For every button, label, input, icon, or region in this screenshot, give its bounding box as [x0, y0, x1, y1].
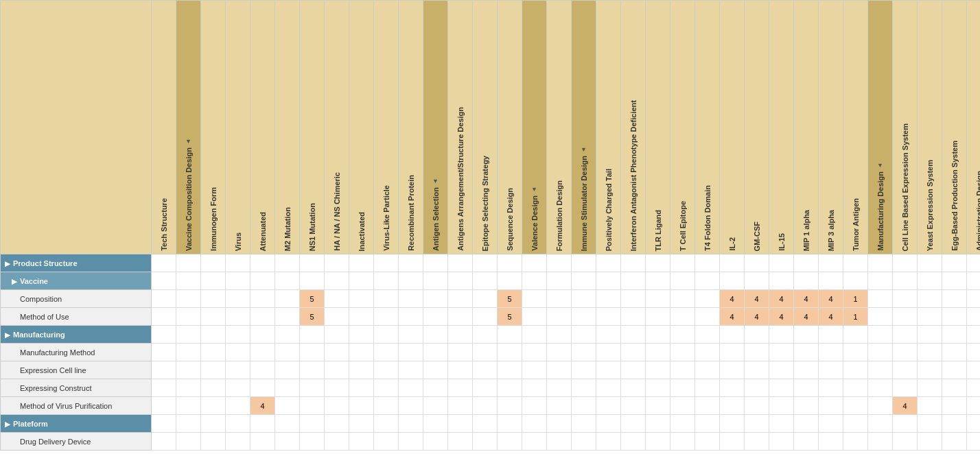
cell-method_virus_purification-il2 — [720, 397, 745, 415]
cell-manufacturing-attenuated — [250, 326, 275, 344]
cell-manufacturing-egg_based — [942, 326, 967, 344]
col-header-text-t_cell_epitope: T Cell Epitope — [679, 201, 687, 251]
cell-method_of_use-vlp — [374, 308, 399, 326]
item-label: Composition — [20, 295, 62, 303]
cell-product_structure-antigen_selection — [423, 254, 448, 272]
cell-product_structure-antigens_arrangement — [448, 254, 473, 272]
cell-drug_delivery_device-inactivated — [349, 433, 374, 451]
cell-product_structure-positively_charged — [596, 254, 621, 272]
cell-drug_delivery_device-tumor_antigen — [843, 433, 868, 451]
cell-method_virus_purification-virus — [226, 397, 250, 415]
cell-composition-antigen_selection — [423, 290, 448, 308]
cell-vaccine-mip1_alpha — [794, 272, 819, 290]
section-arrow: ▶ — [5, 331, 10, 339]
cell-manufacturing-virus — [226, 326, 250, 344]
cell-method_virus_purification-antigens_arrangement — [448, 397, 473, 415]
cell-product_structure-vaccine_composition — [176, 254, 201, 272]
cell-expression_cell_line-interferon_antagonist — [621, 361, 646, 379]
cell-method_virus_purification-immune_stimulator — [572, 397, 596, 415]
cell-vaccine-valence_design — [522, 272, 547, 290]
row-expression_cell_line: Expression Cell line — [1, 361, 981, 379]
cell-manufacturing_method-antigen_selection — [423, 344, 448, 361]
cell-method_of_use-yeast_expression — [918, 308, 942, 326]
cell-vaccine-cell_line — [893, 272, 918, 290]
row-expressing_construct: Expressing Construct — [1, 379, 981, 397]
cell-method_virus_purification-tlr_ligand — [646, 397, 670, 415]
cell-vaccine-ns1_mutation — [300, 272, 325, 290]
cell-expressing_construct-attenuated — [250, 379, 275, 397]
cell-method_of_use-il2: 4 — [720, 308, 745, 326]
item-label: Method of Virus Purification — [20, 402, 112, 410]
cell-expression_cell_line-m2_mutation — [275, 361, 300, 379]
cell-composition-recombinant_protein — [399, 290, 423, 308]
cell-expression_cell_line-tlr_ligand — [646, 361, 670, 379]
cell-product_structure-vlp — [374, 254, 399, 272]
cell-manufacturing_method-yeast_expression — [918, 344, 942, 361]
col-header-interferon_antagonist: Interferon Antagonist Phenotype Deficien… — [621, 1, 646, 254]
cell-expression_cell_line-egg_based — [942, 361, 967, 379]
col-header-t4_foldon: T4 Foldon Domain — [695, 1, 720, 254]
cell-method_virus_purification-vlp — [374, 397, 399, 415]
col-header-sequence_design: Sequence Design — [498, 1, 522, 254]
cell-method_virus_purification-manufacturing_design — [868, 397, 893, 415]
cell-method_virus_purification-ns1_mutation — [300, 397, 325, 415]
cell-drug_delivery_device-ns1_mutation — [300, 433, 325, 451]
cell-method_of_use-formulation_design — [547, 308, 572, 326]
col-header-il15: IL-15 — [769, 1, 794, 254]
cell-drug_delivery_device-immunogen_form — [201, 433, 226, 451]
col-header-text-vaccine_composition: Vaccine Composition Design — [185, 147, 193, 251]
cell-expressing_construct-virus — [226, 379, 250, 397]
col-header-text-mip3_alpha: MIP 3 alpha — [827, 210, 835, 251]
col-header-t_cell_epitope: T Cell Epitope — [670, 1, 695, 254]
cell-composition-vlp — [374, 290, 399, 308]
cell-composition-cell_line — [893, 290, 918, 308]
cell-method_virus_purification-cell_line: 4 — [893, 397, 918, 415]
cell-product_structure-yeast_expression — [918, 254, 942, 272]
cell-manufacturing_method-interferon_antagonist — [621, 344, 646, 361]
subsection-label: Vaccine — [20, 277, 48, 285]
col-header-antigens_arrangement: Antigens Arrangement/Structure Design — [448, 1, 473, 254]
cell-expressing_construct-m2_mutation — [275, 379, 300, 397]
cell-manufacturing-yeast_expression — [918, 326, 942, 344]
cell-product_structure-tech_structure — [152, 254, 176, 272]
cell-vaccine-gm_csf — [745, 272, 769, 290]
cell-vaccine-immune_stimulator — [572, 272, 596, 290]
col-header-text-virus: Virus — [234, 232, 242, 251]
col-header-attenuated: Attenuated — [250, 1, 275, 254]
row-manufacturing: ▶Manufacturing — [1, 326, 981, 344]
cell-vaccine-tumor_antigen — [843, 272, 868, 290]
cell-composition-valence_design — [522, 290, 547, 308]
cell-method_of_use-positively_charged — [596, 308, 621, 326]
cell-method_of_use-antigen_selection — [423, 308, 448, 326]
col-header-text-egg_based: Egg-Based Production System — [950, 141, 959, 251]
cell-vaccine-interferon_antagonist — [621, 272, 646, 290]
cell-method_of_use-t4_foldon — [695, 308, 720, 326]
col-header-text-attenuated: Attenuated — [259, 212, 267, 251]
cell-expressing_construct-antigens_arrangement — [448, 379, 473, 397]
cell-expressing_construct-mip3_alpha — [819, 379, 843, 397]
col-header-text-immunogen_form: Immunogen Form — [209, 187, 218, 251]
cell-drug_delivery_device-vaccine_composition — [176, 433, 201, 451]
cell-expressing_construct-sequence_design — [498, 379, 522, 397]
cell-manufacturing_method-immune_stimulator — [572, 344, 596, 361]
cell-vaccine-ha_na — [325, 272, 349, 290]
cell-manufacturing-formulation_design — [547, 326, 572, 344]
cell-composition-t4_foldon — [695, 290, 720, 308]
cell-plateform-sequence_design — [498, 415, 522, 433]
cell-plateform-manufacturing_design — [868, 415, 893, 433]
cell-expression_cell_line-il2 — [720, 361, 745, 379]
cell-expression_cell_line-positively_charged — [596, 361, 621, 379]
cell-manufacturing_method-attenuated — [250, 344, 275, 361]
cell-expression_cell_line-recombinant_protein — [399, 361, 423, 379]
cell-method_of_use-attenuated — [250, 308, 275, 326]
cell-expression_cell_line-mip3_alpha — [819, 361, 843, 379]
cell-drug_delivery_device-administration_design — [967, 433, 981, 451]
cell-method_virus_purification-inactivated — [349, 397, 374, 415]
cell-method_of_use-manufacturing_design — [868, 308, 893, 326]
cell-product_structure-formulation_design — [547, 254, 572, 272]
cell-drug_delivery_device-antigens_arrangement — [448, 433, 473, 451]
cell-product_structure-attenuated — [250, 254, 275, 272]
col-header-manufacturing_design: ▼Manufacturing Design — [868, 1, 893, 254]
cell-plateform-gm_csf — [745, 415, 769, 433]
cell-vaccine-mip3_alpha — [819, 272, 843, 290]
